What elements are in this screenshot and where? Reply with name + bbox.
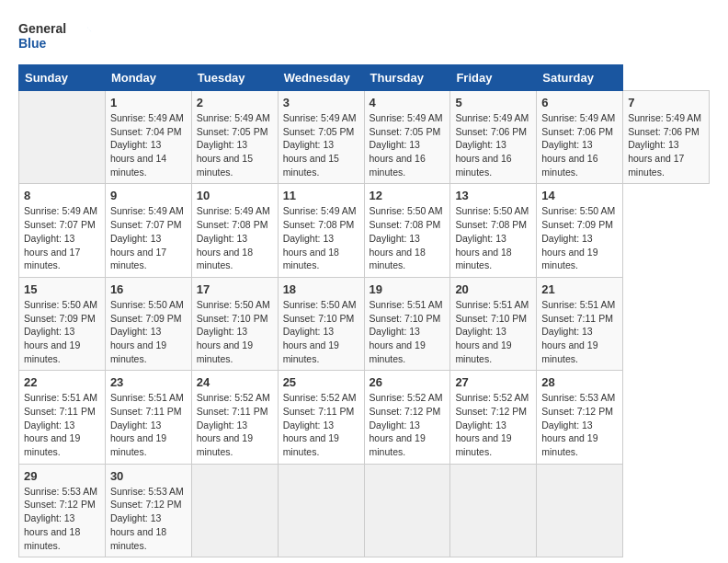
header-cell-friday: Friday	[450, 65, 537, 91]
week-row-4: 22 Sunrise: 5:51 AMSunset: 7:11 PMDaylig…	[19, 371, 710, 464]
day-number: 27	[455, 375, 531, 389]
day-number: 29	[24, 469, 100, 483]
calendar-cell: 24 Sunrise: 5:52 AMSunset: 7:11 PMDaylig…	[191, 371, 278, 464]
svg-marker-2	[81, 20, 92, 31]
day-info: Sunrise: 5:52 AMSunset: 7:11 PMDaylight:…	[283, 391, 359, 458]
day-number: 19	[370, 282, 446, 296]
day-info: Sunrise: 5:53 AMSunset: 7:12 PMDaylight:…	[24, 485, 100, 552]
day-info: Sunrise: 5:51 AMSunset: 7:11 PMDaylight:…	[541, 298, 618, 365]
calendar-cell: 14 Sunrise: 5:50 AMSunset: 7:09 PMDaylig…	[537, 184, 623, 277]
day-number: 26	[370, 375, 446, 389]
calendar-cell: 22 Sunrise: 5:51 AMSunset: 7:11 PMDaylig…	[19, 371, 106, 464]
calendar-cell: 7 Sunrise: 5:49 AMSunset: 7:06 PMDayligh…	[623, 91, 710, 184]
day-number: 7	[628, 96, 704, 109]
day-number: 16	[110, 282, 187, 296]
week-row-2: 8 Sunrise: 5:49 AMSunset: 7:07 PMDayligh…	[19, 184, 710, 277]
week-row-5: 29 Sunrise: 5:53 AMSunset: 7:12 PMDaylig…	[19, 464, 710, 557]
day-info: Sunrise: 5:50 AMSunset: 7:08 PMDaylight:…	[370, 204, 446, 271]
svg-text:Blue: Blue	[18, 36, 47, 51]
day-info: Sunrise: 5:50 AMSunset: 7:09 PMDaylight:…	[24, 298, 100, 365]
calendar-cell: 23 Sunrise: 5:51 AMSunset: 7:11 PMDaylig…	[105, 371, 191, 464]
day-info: Sunrise: 5:49 AMSunset: 7:05 PMDaylight:…	[197, 111, 273, 178]
day-info: Sunrise: 5:49 AMSunset: 7:07 PMDaylight:…	[110, 204, 187, 271]
header-cell-tuesday: Tuesday	[191, 65, 278, 91]
day-number: 20	[455, 282, 531, 296]
day-number: 28	[541, 375, 618, 389]
calendar-body: 1 Sunrise: 5:49 AMSunset: 7:04 PMDayligh…	[19, 91, 710, 557]
header-cell-wednesday: Wednesday	[278, 65, 364, 91]
day-number: 21	[541, 282, 618, 296]
day-info: Sunrise: 5:53 AMSunset: 7:12 PMDaylight:…	[541, 391, 618, 458]
calendar-cell	[191, 464, 278, 557]
calendar-cell	[450, 464, 537, 557]
day-info: Sunrise: 5:52 AMSunset: 7:12 PMDaylight:…	[370, 391, 446, 458]
calendar-cell: 29 Sunrise: 5:53 AMSunset: 7:12 PMDaylig…	[19, 464, 106, 557]
logo: General Blue	[18, 18, 92, 55]
day-number: 10	[197, 189, 273, 202]
calendar-cell: 2 Sunrise: 5:49 AMSunset: 7:05 PMDayligh…	[191, 91, 278, 184]
calendar-cell: 10 Sunrise: 5:49 AMSunset: 7:08 PMDaylig…	[191, 184, 278, 277]
day-number: 12	[370, 189, 446, 202]
week-row-3: 15 Sunrise: 5:50 AMSunset: 7:09 PMDaylig…	[19, 277, 710, 370]
calendar-cell: 28 Sunrise: 5:53 AMSunset: 7:12 PMDaylig…	[537, 371, 623, 464]
day-info: Sunrise: 5:51 AMSunset: 7:10 PMDaylight:…	[455, 298, 531, 365]
day-number: 23	[110, 375, 187, 389]
day-info: Sunrise: 5:52 AMSunset: 7:12 PMDaylight:…	[455, 391, 531, 458]
calendar-cell: 6 Sunrise: 5:49 AMSunset: 7:06 PMDayligh…	[537, 91, 623, 184]
day-info: Sunrise: 5:49 AMSunset: 7:05 PMDaylight:…	[370, 111, 446, 178]
day-number: 5	[455, 96, 531, 109]
calendar-cell: 9 Sunrise: 5:49 AMSunset: 7:07 PMDayligh…	[105, 184, 191, 277]
day-info: Sunrise: 5:50 AMSunset: 7:09 PMDaylight:…	[110, 298, 187, 365]
day-info: Sunrise: 5:49 AMSunset: 7:05 PMDaylight:…	[283, 111, 359, 178]
day-number: 2	[197, 96, 273, 109]
header-cell-thursday: Thursday	[364, 65, 450, 91]
calendar-cell	[364, 464, 450, 557]
day-number: 14	[541, 189, 618, 202]
svg-marker-3	[85, 24, 92, 35]
day-number: 18	[283, 282, 359, 296]
day-info: Sunrise: 5:49 AMSunset: 7:07 PMDaylight:…	[24, 204, 100, 271]
calendar-cell: 25 Sunrise: 5:52 AMSunset: 7:11 PMDaylig…	[278, 371, 364, 464]
calendar-cell: 3 Sunrise: 5:49 AMSunset: 7:05 PMDayligh…	[278, 91, 364, 184]
calendar-cell: 1 Sunrise: 5:49 AMSunset: 7:04 PMDayligh…	[105, 91, 191, 184]
calendar-cell: 11 Sunrise: 5:49 AMSunset: 7:08 PMDaylig…	[278, 184, 364, 277]
calendar-cell: 4 Sunrise: 5:49 AMSunset: 7:05 PMDayligh…	[364, 91, 450, 184]
header-cell-monday: Monday	[105, 65, 191, 91]
logo-svg: General Blue	[18, 18, 92, 55]
calendar-cell: 17 Sunrise: 5:50 AMSunset: 7:10 PMDaylig…	[191, 277, 278, 370]
day-info: Sunrise: 5:52 AMSunset: 7:11 PMDaylight:…	[197, 391, 273, 458]
day-number: 9	[110, 189, 187, 202]
calendar-cell: 12 Sunrise: 5:50 AMSunset: 7:08 PMDaylig…	[364, 184, 450, 277]
day-info: Sunrise: 5:50 AMSunset: 7:10 PMDaylight:…	[197, 298, 273, 365]
header-cell-sunday: Sunday	[19, 65, 106, 91]
header-cell-saturday: Saturday	[537, 65, 623, 91]
day-number: 22	[24, 375, 100, 389]
day-number: 1	[110, 96, 187, 109]
day-info: Sunrise: 5:49 AMSunset: 7:08 PMDaylight:…	[283, 204, 359, 271]
day-info: Sunrise: 5:49 AMSunset: 7:08 PMDaylight:…	[197, 204, 273, 271]
calendar-cell: 21 Sunrise: 5:51 AMSunset: 7:11 PMDaylig…	[537, 277, 623, 370]
page-header: General Blue	[18, 18, 710, 55]
day-info: Sunrise: 5:50 AMSunset: 7:10 PMDaylight:…	[283, 298, 359, 365]
day-number: 25	[283, 375, 359, 389]
day-info: Sunrise: 5:49 AMSunset: 7:04 PMDaylight:…	[110, 111, 187, 178]
day-info: Sunrise: 5:49 AMSunset: 7:06 PMDaylight:…	[628, 111, 704, 178]
calendar-cell: 15 Sunrise: 5:50 AMSunset: 7:09 PMDaylig…	[19, 277, 106, 370]
day-info: Sunrise: 5:51 AMSunset: 7:10 PMDaylight:…	[370, 298, 446, 365]
day-info: Sunrise: 5:49 AMSunset: 7:06 PMDaylight:…	[541, 111, 618, 178]
calendar-cell	[19, 91, 106, 184]
day-info: Sunrise: 5:51 AMSunset: 7:11 PMDaylight:…	[24, 391, 100, 458]
calendar-table: SundayMondayTuesdayWednesdayThursdayFrid…	[18, 64, 710, 557]
day-number: 30	[110, 469, 187, 483]
day-info: Sunrise: 5:50 AMSunset: 7:08 PMDaylight:…	[455, 204, 531, 271]
day-number: 17	[197, 282, 273, 296]
calendar-cell: 27 Sunrise: 5:52 AMSunset: 7:12 PMDaylig…	[450, 371, 537, 464]
header-row: SundayMondayTuesdayWednesdayThursdayFrid…	[19, 65, 710, 91]
calendar-cell: 30 Sunrise: 5:53 AMSunset: 7:12 PMDaylig…	[105, 464, 191, 557]
calendar-cell: 18 Sunrise: 5:50 AMSunset: 7:10 PMDaylig…	[278, 277, 364, 370]
day-info: Sunrise: 5:50 AMSunset: 7:09 PMDaylight:…	[541, 204, 618, 271]
calendar-cell: 13 Sunrise: 5:50 AMSunset: 7:08 PMDaylig…	[450, 184, 537, 277]
svg-text:General: General	[18, 21, 66, 36]
day-info: Sunrise: 5:53 AMSunset: 7:12 PMDaylight:…	[110, 485, 187, 552]
calendar-cell	[537, 464, 623, 557]
